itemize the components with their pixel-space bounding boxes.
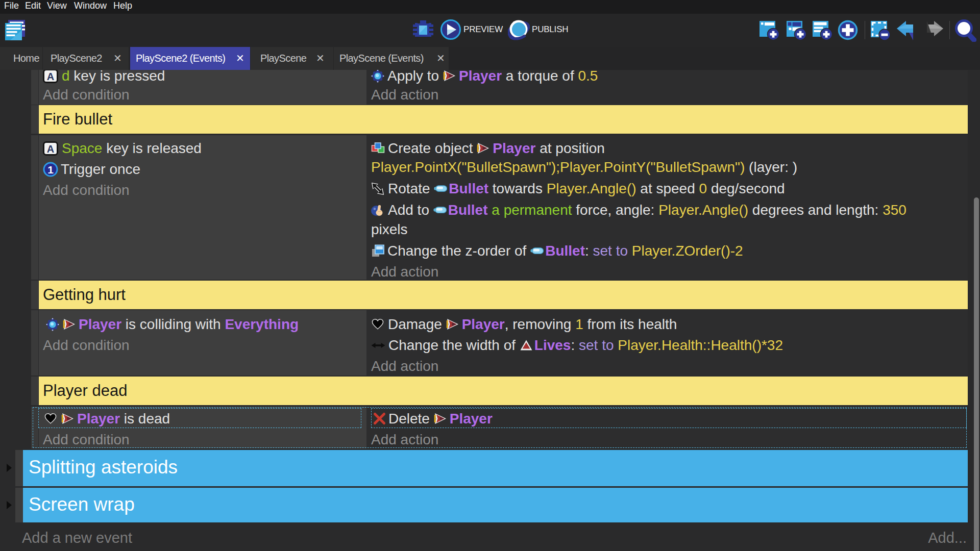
- svg-text:1: 1: [47, 163, 54, 175]
